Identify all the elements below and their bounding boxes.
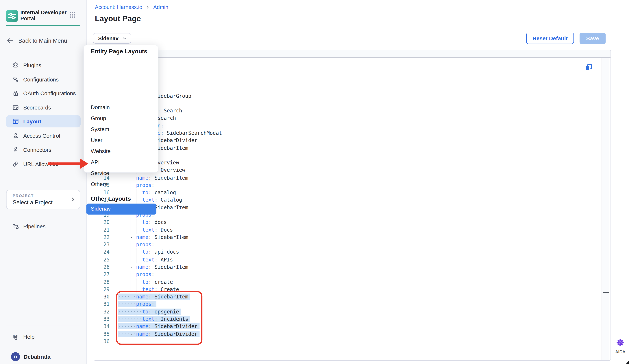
code-line[interactable]: 10 - name: SidebarItem: [94, 144, 599, 152]
sidebar-item-access-control[interactable]: Access Control: [6, 129, 81, 142]
sidebar-item-pipelines[interactable]: Pipelines: [6, 220, 81, 233]
code-line[interactable]: 12 to: overview: [94, 159, 599, 167]
dropdown-item-api[interactable]: API: [84, 157, 159, 168]
sidebar-item-configurations[interactable]: Configurations: [6, 73, 81, 86]
access-control-icon: [12, 132, 19, 139]
sidebar-item-plugins[interactable]: Plugins: [6, 59, 81, 71]
line-number[interactable]: 30: [94, 293, 110, 301]
dropdown-item-system[interactable]: System: [84, 124, 159, 135]
project-label: PROJECT: [13, 193, 34, 198]
dropdown-item-user[interactable]: User: [84, 135, 159, 146]
breadcrumb-admin-link[interactable]: Admin: [153, 4, 168, 10]
sidebar-item-layout[interactable]: Layout: [6, 115, 81, 127]
sidebar-divider: [6, 326, 80, 326]
line-number[interactable]: 26: [94, 263, 110, 271]
code-text: - name: SidebarItem: [118, 234, 188, 241]
code-line[interactable]: 18 - name: SidebarItem: [94, 204, 599, 211]
line-number[interactable]: 24: [94, 248, 110, 256]
user-name: Debabrata: [24, 354, 51, 360]
code-line[interactable]: 22 - name: SidebarItem: [94, 234, 599, 241]
line-number[interactable]: 33: [94, 316, 110, 323]
aida-widget[interactable]: AIDA: [612, 338, 629, 356]
code-line[interactable]: 5 label: Search: [94, 107, 599, 115]
code-line[interactable]: 24 to: api-docs: [94, 248, 599, 256]
code-line[interactable]: 2 children:: [94, 85, 599, 92]
line-number[interactable]: 29: [94, 286, 110, 293]
save-button[interactable]: Save: [580, 33, 606, 44]
chevron-right-icon: [146, 4, 150, 10]
line-number[interactable]: 23: [94, 241, 110, 249]
dropdown-item-service[interactable]: Service: [84, 168, 159, 179]
code-line[interactable]: 15 props:: [94, 182, 599, 189]
sidebar-item-url-allow-list[interactable]: URL Allow List: [6, 158, 81, 170]
line-number[interactable]: 36: [94, 338, 110, 345]
code-line[interactable]: 32········to:·opsgenie: [94, 308, 599, 316]
code-line[interactable]: 29 text: Create: [94, 286, 599, 293]
line-number[interactable]: 28: [94, 278, 110, 286]
line-number[interactable]: 25: [94, 256, 110, 263]
line-number[interactable]: 35: [94, 330, 110, 338]
code-line[interactable]: 7 children:: [94, 122, 599, 129]
editor-scrollbar[interactable]: [602, 58, 609, 361]
pipelines-icon: [12, 223, 19, 230]
line-number[interactable]: 21: [94, 226, 110, 234]
code-text: - name: SidebarItem: [118, 263, 188, 271]
code-line[interactable]: 21 text: Docs: [94, 226, 599, 234]
sidebar-item-oauth-configurations[interactable]: OAuth Configurations: [6, 87, 81, 100]
code-line[interactable]: 31······props:: [94, 301, 599, 308]
copy-icon[interactable]: [585, 63, 593, 71]
layout-type-select[interactable]: Sidenav: [93, 33, 131, 44]
line-number[interactable]: 22: [94, 234, 110, 241]
code-text: to: api-docs: [118, 248, 179, 256]
code-line[interactable]: 4 props:: [94, 100, 599, 107]
reset-default-button[interactable]: Reset Default: [526, 33, 574, 44]
code-line[interactable]: 14 - name: SidebarItem: [94, 174, 599, 182]
sidebar: Internal Developer Portal Back to Main M…: [0, 0, 87, 364]
dropdown-item-website[interactable]: Website: [84, 146, 159, 157]
code-line[interactable]: 19 props:: [94, 211, 599, 219]
code-line[interactable]: 36: [94, 338, 599, 345]
code-text: to: docs: [118, 219, 167, 226]
url-allow-list-icon: [12, 161, 19, 168]
code-line[interactable]: 11 props:: [94, 152, 599, 159]
sidebar-item-connectors[interactable]: Connectors: [6, 144, 81, 156]
code-text: props:: [118, 271, 155, 278]
code-line[interactable]: 20 to: docs: [94, 219, 599, 226]
breadcrumb-account-link[interactable]: Account: Harness.io: [95, 4, 142, 10]
dropdown-item-domain[interactable]: Domain: [84, 102, 159, 113]
code-line[interactable]: 3 - name: SidebarGroup: [94, 92, 599, 100]
code-line[interactable]: 27 props:: [94, 271, 599, 278]
code-line[interactable]: 16 to: catalog: [94, 189, 599, 196]
project-selector[interactable]: PROJECT Select a Project: [6, 190, 80, 209]
code-line[interactable]: 1page:: [94, 77, 599, 85]
code-line[interactable]: 30····-·name:·SidebarItem: [94, 293, 599, 301]
code-line[interactable]: 33········text:·Incidents: [94, 316, 599, 323]
line-number[interactable]: 27: [94, 271, 110, 278]
dropdown-item-group[interactable]: Group: [84, 113, 159, 124]
code-line[interactable]: 28 to: create: [94, 278, 599, 286]
code-line[interactable]: 8 - name: SidebarSearchModal: [94, 129, 599, 137]
sidebar-item-help[interactable]: ? Help: [6, 331, 81, 343]
line-number[interactable]: 20: [94, 219, 110, 226]
code-line[interactable]: 35····-·name:·SidebarDivider: [94, 330, 599, 338]
back-to-main-menu[interactable]: Back to Main Menu: [6, 35, 81, 46]
line-number[interactable]: 34: [94, 323, 110, 331]
code-line[interactable]: 23 props:: [94, 241, 599, 249]
sidebar-item-label: Plugins: [23, 62, 41, 68]
code-line[interactable]: 26 - name: SidebarItem: [94, 263, 599, 271]
aida-flower-icon: [616, 338, 625, 347]
code-line[interactable]: 9 - name: SidebarDivider: [94, 137, 599, 144]
sidebar-item-scorecards[interactable]: Scorecards: [6, 102, 81, 114]
app-grid-icon[interactable]: [69, 11, 75, 20]
dropdown-item-sidenav[interactable]: Sidenav: [86, 204, 156, 214]
line-number[interactable]: 31: [94, 301, 110, 308]
code-line[interactable]: 17 text: Catalog: [94, 196, 599, 204]
dropdown-item-others[interactable]: Others: [84, 179, 159, 190]
line-number[interactable]: 32: [94, 308, 110, 316]
user-menu[interactable]: D Debabrata: [6, 351, 81, 362]
code-line[interactable]: 6 to: /search: [94, 115, 599, 122]
code-line[interactable]: 25 text: APIs: [94, 256, 599, 263]
code-line[interactable]: 34····-·name:·SidebarDivider: [94, 323, 599, 331]
code-line[interactable]: 13 text: Overview: [94, 167, 599, 174]
select-value: Sidenav: [98, 35, 122, 41]
